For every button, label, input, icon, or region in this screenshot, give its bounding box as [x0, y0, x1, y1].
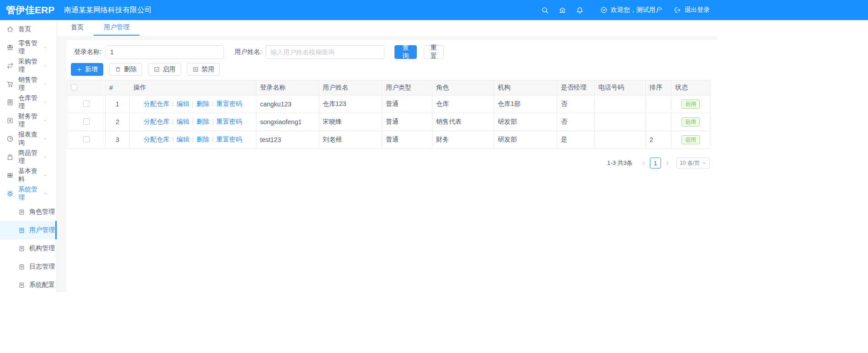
row-checkbox[interactable] [83, 118, 90, 125]
prev-page-button[interactable] [638, 160, 649, 166]
row-actions-cell: 分配仓库|编辑|删除|重置密码 [130, 95, 256, 113]
sidebar-item-home[interactable]: 首页 [0, 20, 57, 38]
sidebar-subitem-user-management[interactable]: 用户管理 [0, 221, 57, 239]
bell-icon[interactable] [571, 6, 588, 14]
reset-password-link[interactable]: 重置密码 [216, 100, 242, 107]
column-header: 机构 [494, 80, 557, 95]
chevron-down-icon [43, 82, 48, 86]
sidebar-item-goods[interactable]: 商品管理 [0, 148, 57, 166]
sidebar-item-sales[interactable]: 销售管理 [0, 75, 57, 93]
tab-home[interactable]: 首页 [61, 20, 94, 36]
topbar: 管伊佳ERP 南通某某网络科技有限公司 欢迎您，测试用户 [0, 0, 868, 20]
sidebar-subitem-log-management[interactable]: 日志管理 [0, 258, 57, 276]
sidebar: 首页零售管理采购管理销售管理仓库管理财务管理报表查询商品管理基本资料系统管理角色… [0, 20, 57, 292]
toolbar: 新增删除启用禁用 [67, 63, 717, 76]
search-button[interactable]: 查 询 [394, 45, 417, 59]
swap-icon [6, 62, 14, 69]
reset-password-link[interactable]: 重置密码 [216, 136, 242, 143]
logout-button[interactable]: 退出登录 [674, 6, 710, 14]
current-page-button[interactable]: 1 [650, 158, 661, 169]
sidebar-item-finance[interactable]: 财务管理 [0, 111, 57, 130]
chevron-up-icon [43, 191, 48, 196]
row-actions-cell: 分配仓库|编辑|删除|重置密码 [130, 131, 256, 149]
row-checkbox[interactable] [83, 136, 90, 142]
sidebar-item-label: 商品管理 [18, 149, 43, 165]
delete-link[interactable]: 删除 [197, 100, 209, 107]
chevron-down-icon [43, 137, 48, 141]
edit-link[interactable]: 编辑 [176, 100, 189, 107]
sidebar-item-report[interactable]: 报表查询 [0, 130, 57, 148]
row-checkbox[interactable] [83, 100, 90, 107]
sidebar-subitem-system-config[interactable]: 系统配置 [0, 276, 57, 294]
assign-warehouse-link[interactable]: 分配仓库 [144, 118, 170, 125]
row-index-cell: 2 [106, 113, 130, 131]
column-header: 用户姓名 [319, 80, 382, 95]
sidebar-item-retail[interactable]: 零售管理 [0, 38, 57, 57]
home-building-icon[interactable] [554, 6, 571, 14]
page-size-select[interactable]: 10 条/页 [676, 158, 710, 169]
sidebar-item-label: 基本资料 [18, 167, 43, 184]
sidebar-item-basic-data[interactable]: 基本资料 [0, 166, 57, 184]
column-header: 用户类型 [382, 80, 432, 95]
cell-user-type: 普通 [382, 95, 432, 113]
cell-user-name: 仓库123 [319, 95, 382, 113]
reset-button[interactable]: 重 置 [424, 45, 444, 59]
reset-password-link[interactable]: 重置密码 [216, 118, 242, 125]
sidebar-item-label: 首页 [18, 25, 31, 33]
next-page-button[interactable] [662, 160, 673, 166]
user-menu[interactable]: 欢迎您，测试用户 [600, 6, 662, 14]
user-name-input[interactable] [266, 45, 384, 59]
sidebar-item-label: 零售管理 [18, 39, 43, 56]
add-button[interactable]: 新增 [71, 63, 103, 76]
circle-chevron-down-icon [600, 6, 607, 14]
chevron-down-icon [43, 100, 48, 105]
cell-is-manager: 否 [557, 113, 595, 131]
status-badge: 启用 [682, 100, 700, 109]
delete-button[interactable]: 删除 [109, 63, 142, 76]
disable-button[interactable]: 禁用 [187, 63, 220, 76]
company-name: 南通某某网络科技有限公司 [64, 5, 152, 15]
sidebar-item-label: 报表查询 [18, 131, 43, 147]
trash-icon [115, 66, 121, 73]
sidebar-item-system[interactable]: 系统管理 [0, 184, 57, 203]
assign-warehouse-link[interactable]: 分配仓库 [144, 136, 170, 143]
table-header-row: #操作登录名称用户姓名用户类型角色机构是否经理电话号码排序状态 [67, 80, 710, 95]
topbar-actions: 欢迎您，测试用户 退出登录 [536, 6, 710, 14]
welcome-text: 欢迎您，测试用户 [611, 6, 662, 14]
cabinet-icon [6, 99, 14, 106]
grid-icon [6, 172, 14, 179]
tab-user-management[interactable]: 用户管理 [94, 20, 139, 36]
sidebar-item-purchase[interactable]: 采购管理 [0, 57, 57, 75]
cell-org: 仓库1部 [494, 95, 557, 113]
select-all-checkbox[interactable] [71, 84, 77, 90]
login-name-input[interactable] [105, 45, 224, 59]
edit-link[interactable]: 编辑 [176, 136, 189, 143]
sidebar-subitem-org-management[interactable]: 机构管理 [0, 239, 57, 258]
assign-warehouse-link[interactable]: 分配仓库 [144, 100, 170, 107]
doc-icon [18, 263, 25, 270]
search-icon[interactable] [536, 6, 554, 14]
toolbar-button-label: 启用 [163, 65, 176, 74]
cell-user-type: 普通 [382, 131, 432, 149]
content-area: 首页用户管理 登录名称: 用户姓名: 查 询 重 置 新增删除启用禁用 #操作登… [57, 20, 717, 292]
enable-button[interactable]: 启用 [148, 63, 181, 76]
cell-status: 启用 [671, 95, 710, 113]
row-select-cell [67, 95, 106, 113]
sidebar-subitem-label: 日志管理 [29, 263, 55, 271]
delete-link[interactable]: 删除 [197, 136, 209, 143]
cell-user-name: 刘老根 [319, 131, 382, 149]
delete-link[interactable]: 删除 [197, 118, 209, 125]
column-header: 电话号码 [595, 80, 646, 95]
action-separator: | [172, 100, 174, 107]
column-header: 操作 [130, 80, 256, 95]
check-square-icon [154, 66, 160, 73]
sidebar-subitem-role-management[interactable]: 角色管理 [0, 203, 57, 221]
edit-link[interactable]: 编辑 [176, 118, 189, 125]
cell-sort [646, 113, 671, 131]
sidebar-item-warehouse[interactable]: 仓库管理 [0, 93, 57, 111]
cell-phone [595, 131, 646, 149]
chevron-down-icon [43, 173, 48, 178]
filter-row: 登录名称: 用户姓名: 查 询 重 置 [67, 45, 717, 59]
cell-status: 启用 [671, 131, 710, 149]
select-all-header [67, 80, 106, 95]
